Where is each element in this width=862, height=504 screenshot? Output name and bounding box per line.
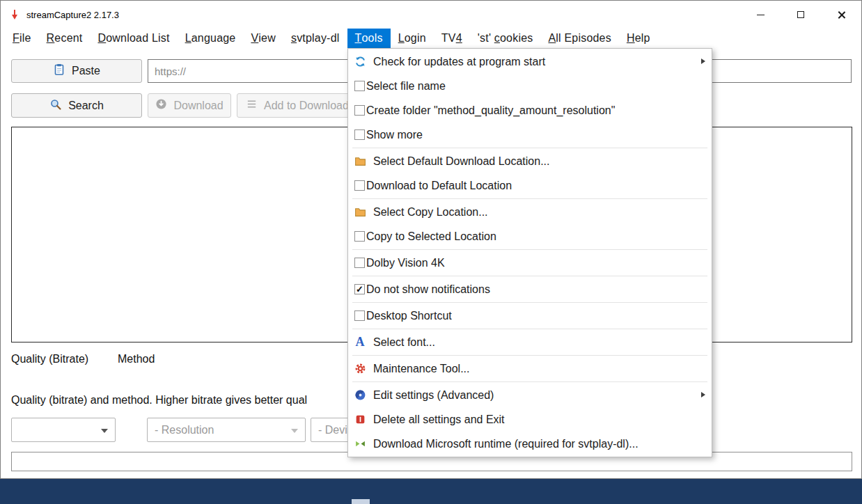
menu-item-label: Select font... (373, 336, 435, 349)
checkbox-unchecked (354, 81, 365, 91)
resolution-combobox[interactable]: - Resolution (147, 418, 306, 442)
menu-item-label: Dolby Vision 4K (366, 257, 445, 269)
menu-item-label: Show more (366, 129, 423, 141)
menu-item-label: Copy to Selected Location (366, 230, 496, 243)
menu-separator (352, 355, 707, 356)
menu-item-select-default-download-location[interactable]: Select Default Download Location... (348, 149, 712, 173)
menubar-item-help[interactable]: Help (619, 29, 658, 48)
resolution-combobox-value: - Resolution (155, 424, 214, 436)
menu-item-select-file-name[interactable]: Select file name (348, 74, 712, 98)
menu-item-label: Download Microsoft runtime (required for… (373, 438, 638, 450)
checkbox-unchecked (354, 231, 365, 242)
menubar-item-file[interactable]: File (5, 29, 39, 48)
menu-item-maintenance-tool[interactable]: Maintenance Tool... (348, 356, 712, 381)
folder-icon (354, 206, 366, 219)
download-button[interactable]: Download (148, 93, 231, 118)
checkbox-unchecked (354, 129, 365, 140)
menu-item-label: Select Default Download Location... (373, 155, 549, 168)
window-title: streamCapture2 2.17.3 (26, 10, 119, 20)
checkbox-unchecked (354, 310, 365, 321)
menu-item-label: Select file name (366, 80, 446, 93)
menubar-item-login[interactable]: Login (391, 29, 434, 48)
runtime-icon (354, 438, 366, 450)
minimize-button[interactable] (740, 1, 781, 29)
menu-item-label: Delete all settings and Exit (373, 414, 505, 426)
paste-icon (53, 63, 65, 79)
checkbox-unchecked (354, 258, 365, 268)
font-icon: A (354, 336, 366, 349)
tools-menu: Check for updates at program startSelect… (347, 48, 712, 457)
window-controls (740, 1, 861, 29)
menu-separator (352, 249, 707, 250)
menu-separator (352, 276, 707, 276)
add-to-download-button-label: Add to Download (264, 100, 349, 112)
menu-item-copy-to-selected-location[interactable]: Copy to Selected Location (348, 224, 712, 249)
menu-item-label: Download to Default Location (366, 180, 512, 192)
menubar: FileRecentDownload ListLanguageViewsvtpl… (1, 29, 861, 48)
menubar-item-download-list[interactable]: Download List (91, 29, 178, 48)
menu-item-download-microsoft-runtime-required-for-svtplay-[interactable]: Download Microsoft runtime (required for… (348, 432, 712, 456)
menu-item-label: Maintenance Tool... (373, 363, 469, 375)
menu-item-dolby-vision-4k[interactable]: Dolby Vision 4K (348, 251, 712, 275)
close-button[interactable] (821, 1, 861, 29)
menu-item-edit-settings-advanced[interactable]: Edit settings (Advanced) (348, 383, 712, 407)
quality-hint-text: Quality (bitrate) and method. Higher bit… (11, 394, 307, 407)
app-icon (9, 9, 20, 20)
menu-item-create-folder-method-quality-amount-resolution[interactable]: Create folder "method_quality_amount_res… (348, 98, 712, 123)
menubar-item-recent[interactable]: Recent (39, 29, 91, 48)
paste-button[interactable]: Paste (11, 59, 142, 83)
bottom-bar-highlight (352, 499, 370, 504)
app-window: streamCapture2 2.17.3 FileRecentDownload… (0, 0, 862, 479)
menu-item-download-to-default-location[interactable]: Download to Default Location (348, 173, 712, 198)
menu-separator (352, 148, 707, 148)
menu-item-desktop-shortcut[interactable]: Desktop Shortcut (348, 304, 712, 328)
menu-separator (352, 381, 707, 382)
chevron-down-icon (101, 429, 108, 433)
menubar-item-view[interactable]: View (243, 29, 283, 48)
menubar-item-all-episodes[interactable]: All Episodes (540, 29, 618, 48)
menubar-item-tv4[interactable]: TV4 (434, 29, 470, 48)
menu-item-show-more[interactable]: Show more (348, 123, 712, 147)
search-button-label: Search (68, 100, 104, 112)
menubar-item-tools[interactable]: Tools (347, 29, 391, 48)
download-button-label: Download (173, 100, 223, 112)
maximize-icon (797, 11, 804, 18)
menu-item-select-copy-location[interactable]: Select Copy Location... (348, 200, 712, 224)
folder-icon (354, 155, 366, 168)
paste-button-label: Paste (72, 65, 100, 77)
checkbox-unchecked (354, 105, 365, 116)
menubar-item-svtplay-dl[interactable]: svtplay-dl (283, 29, 347, 48)
menu-item-label: Check for updates at program start (373, 56, 545, 68)
submenu-arrow-icon (701, 392, 705, 397)
update-icon (354, 56, 366, 68)
quality-combobox[interactable] (11, 418, 116, 442)
menu-item-label: Do not show notifications (366, 283, 490, 296)
menu-item-label: Select Copy Location... (373, 206, 488, 219)
menu-item-label: Desktop Shortcut (366, 310, 452, 322)
checkbox-checked: ✓ (354, 284, 365, 294)
delete-icon (354, 414, 366, 426)
menu-item-do-not-show-notifications[interactable]: ✓Do not show notifications (348, 277, 712, 301)
titlebar: streamCapture2 2.17.3 (1, 1, 861, 29)
menu-item-select-font[interactable]: ASelect font... (348, 330, 712, 354)
submenu-arrow-icon (701, 58, 705, 64)
column-method: Method (118, 353, 155, 365)
search-icon (49, 98, 62, 113)
search-button[interactable]: Search (11, 93, 142, 118)
close-icon (837, 10, 846, 19)
chevron-down-icon (291, 429, 298, 433)
menu-item-delete-all-settings-and-exit[interactable]: Delete all settings and Exit (348, 407, 712, 432)
menu-separator (352, 198, 707, 199)
menu-item-label: Edit settings (Advanced) (373, 389, 494, 402)
menubar-item-st-cookies[interactable]: 'st' cookies (470, 29, 541, 48)
menu-item-check-for-updates-at-program-start[interactable]: Check for updates at program start (348, 49, 712, 74)
list-icon (246, 98, 258, 113)
maintenance-icon (354, 363, 366, 375)
menubar-item-language[interactable]: Language (178, 29, 244, 48)
settings-icon (354, 389, 366, 402)
menu-item-label: Create folder "method_quality_amount_res… (366, 104, 615, 117)
minimize-icon (757, 15, 765, 15)
menu-separator (352, 302, 707, 303)
maximize-button[interactable] (781, 1, 821, 29)
checkbox-unchecked (354, 180, 365, 191)
